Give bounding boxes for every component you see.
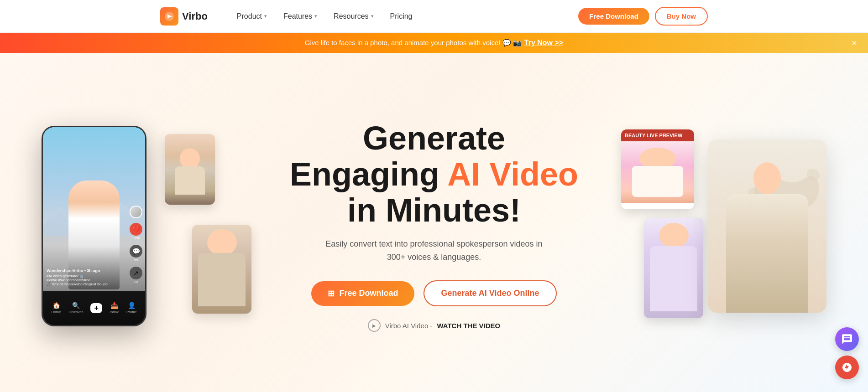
float-card-beauty: BEAUTY LIVE PREVIEW bbox=[621, 129, 694, 209]
chevron-down-icon: ▾ bbox=[264, 13, 267, 19]
nav-item-features[interactable]: Features ▾ bbox=[283, 12, 317, 21]
phone-nav-inbox: 📥Inbox bbox=[110, 302, 119, 314]
float-card-presenter-2 bbox=[192, 225, 251, 314]
logo[interactable]: Virbo bbox=[160, 7, 208, 26]
phone-nav-profile: 👤Profile bbox=[126, 302, 137, 314]
chevron-down-icon: ▾ bbox=[314, 13, 317, 19]
navbar: Virbo Product ▾ Features ▾ Resources ▾ P… bbox=[0, 0, 868, 33]
windows-icon: ⊞ bbox=[328, 289, 335, 299]
logo-icon bbox=[160, 7, 178, 26]
nav-links: Product ▾ Features ▾ Resources ▾ Pricing bbox=[237, 12, 556, 21]
float-card-presenter-3 bbox=[644, 218, 703, 318]
hero-free-download-button[interactable]: ⊞ Free Download bbox=[311, 281, 414, 306]
hero-watch-video[interactable]: ▶ Virbo AI Video - WATCH THE VIDEO bbox=[290, 319, 578, 332]
chat-widget-button[interactable] bbox=[835, 327, 859, 351]
hero-generate-online-button[interactable]: Generate AI Video Online bbox=[424, 280, 556, 306]
right-presenter-card bbox=[708, 139, 826, 313]
hero-subtext: Easily convert text into professional sp… bbox=[324, 237, 544, 264]
nav-buy-now-button[interactable]: Buy Now bbox=[655, 7, 708, 26]
phone-heart-action: ❤️ 1350 bbox=[130, 223, 142, 240]
beauty-card-title: BEAUTY LIVE PREVIEW bbox=[621, 129, 694, 141]
float-card-presenter-1 bbox=[165, 134, 215, 205]
phone-nav-discover: 🔍Discover bbox=[69, 302, 83, 314]
nav-free-download-button[interactable]: Free Download bbox=[578, 8, 649, 25]
hero-text: Generate Engaging AI Video in Minutes! E… bbox=[290, 120, 578, 332]
hero-buttons: ⊞ Free Download Generate AI Video Online bbox=[290, 280, 578, 306]
nav-item-resources[interactable]: Resources ▾ bbox=[334, 12, 373, 21]
hero-section: ❤️ 1350 💬 95 ↗ 12 WondershareVirbo • 3h … bbox=[0, 53, 868, 392]
phone-nav-home: 🏠Home bbox=[51, 302, 61, 314]
announcement-text: Give life to faces in a photo, and anima… bbox=[305, 39, 522, 47]
chevron-down-icon: ▾ bbox=[371, 13, 374, 19]
nav-actions: Free Download Buy Now bbox=[578, 7, 708, 26]
phone-avatar-action bbox=[130, 206, 142, 218]
logo-text: Virbo bbox=[182, 10, 208, 22]
close-icon[interactable]: × bbox=[852, 38, 857, 48]
play-icon: ▶ bbox=[368, 319, 381, 332]
phone-comment-action: 💬 95 bbox=[130, 245, 142, 262]
announcement-link[interactable]: Try Now >> bbox=[524, 39, 563, 47]
phone-nav-plus: + bbox=[90, 303, 102, 313]
phone-mockup: ❤️ 1350 💬 95 ↗ 12 WondershareVirbo • 3h … bbox=[42, 126, 146, 326]
feedback-widget-button[interactable] bbox=[835, 356, 859, 379]
hero-heading: Generate Engaging AI Video in Minutes! bbox=[290, 120, 578, 229]
announcement-bar: Give life to faces in a photo, and anima… bbox=[0, 33, 868, 53]
nav-item-product[interactable]: Product ▾ bbox=[237, 12, 267, 21]
nav-item-pricing[interactable]: Pricing bbox=[390, 12, 413, 21]
